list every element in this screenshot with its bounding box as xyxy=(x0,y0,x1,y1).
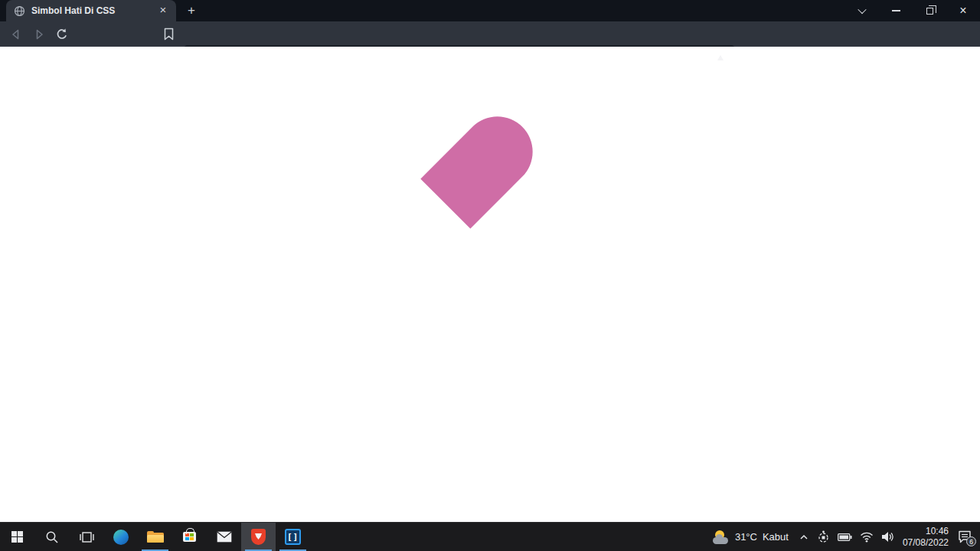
minimize-button[interactable] xyxy=(879,0,913,21)
edge-icon xyxy=(113,530,129,545)
bookmark-icon xyxy=(163,28,175,41)
css-heart-half-shape xyxy=(420,102,547,228)
clock-time: 10:46 xyxy=(926,526,949,537)
microsoft-store-icon xyxy=(183,532,196,542)
task-view-button[interactable] xyxy=(69,523,103,551)
close-icon: × xyxy=(959,5,966,17)
task-view-icon xyxy=(79,530,94,544)
back-button[interactable] xyxy=(5,24,28,45)
clock-date: 07/08/2022 xyxy=(903,537,949,549)
taskbar-store-button[interactable] xyxy=(172,523,207,551)
speaker-icon xyxy=(881,531,894,543)
battery-icon xyxy=(838,533,852,542)
taskbar-search-button[interactable] xyxy=(34,523,69,551)
minimize-icon xyxy=(892,10,900,11)
action-center-button[interactable]: 6 xyxy=(953,523,980,551)
page-content xyxy=(0,47,980,522)
tab-close-icon[interactable]: × xyxy=(156,4,170,18)
screen: Simbol Hati Di CSS × + × xyxy=(0,0,980,551)
chevron-up-icon xyxy=(799,533,809,542)
tab-search-button[interactable] xyxy=(845,0,879,21)
weather-temperature: 31°C xyxy=(735,531,757,543)
search-icon xyxy=(45,530,59,544)
taskbar-mail-button[interactable] xyxy=(207,523,241,551)
tab-title: Simbol Hati Di CSS xyxy=(31,5,156,16)
tray-overflow-button[interactable] xyxy=(795,523,813,551)
weather-condition: Kabut xyxy=(763,531,789,543)
brave-icon xyxy=(251,529,266,545)
taskbar-file-explorer-button[interactable] xyxy=(138,523,172,551)
weather-widget[interactable]: 31°C Kabut xyxy=(707,530,795,544)
cast-device-icon xyxy=(817,530,830,543)
network-status[interactable] xyxy=(856,523,877,551)
volume-status[interactable] xyxy=(877,523,898,551)
taskbar-edge-button[interactable] xyxy=(103,523,138,551)
new-tab-button[interactable]: + xyxy=(182,2,201,19)
chevron-down-icon xyxy=(858,5,866,14)
tray-cast-button[interactable] xyxy=(813,523,834,551)
taskbar-clock[interactable]: 10:46 07/08/2022 xyxy=(898,526,953,549)
bookmark-button[interactable] xyxy=(157,24,180,45)
sun-cloud-icon xyxy=(713,530,730,544)
wifi-icon xyxy=(860,532,874,543)
taskbar: [] 31°C Kabut xyxy=(0,522,980,551)
file-explorer-icon xyxy=(147,530,164,543)
system-tray: 31°C Kabut xyxy=(707,523,980,551)
close-window-button[interactable]: × xyxy=(946,0,980,21)
restore-button[interactable] xyxy=(913,0,946,21)
windows-logo-icon xyxy=(11,531,24,543)
mail-icon xyxy=(217,531,232,543)
taskbar-brackets-button[interactable]: [] xyxy=(276,523,310,551)
reload-button[interactable] xyxy=(51,24,74,45)
brackets-icon: [] xyxy=(285,529,301,545)
browser-tab[interactable]: Simbol Hati Di CSS × xyxy=(6,0,176,21)
notification-badge: 6 xyxy=(966,536,976,546)
reload-icon xyxy=(55,28,69,41)
battery-status[interactable] xyxy=(834,523,856,551)
globe-favicon-icon xyxy=(14,5,25,17)
browser-toolbar: ! File C:/simbol-css/index.html xyxy=(0,21,980,47)
forward-button[interactable] xyxy=(28,24,51,45)
start-button[interactable] xyxy=(0,523,34,551)
tab-bar: Simbol Hati Di CSS × + × xyxy=(0,0,980,21)
restore-icon xyxy=(926,8,933,15)
forward-icon xyxy=(32,28,46,41)
back-icon xyxy=(9,28,23,41)
taskbar-brave-button[interactable] xyxy=(241,523,276,551)
window-controls: × xyxy=(845,0,980,21)
